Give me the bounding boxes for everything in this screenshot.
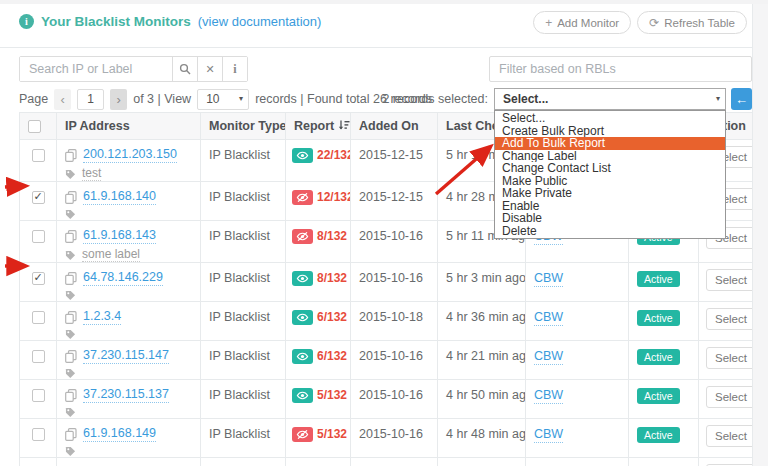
row-checkbox[interactable]: [32, 311, 45, 324]
header-divider: [0, 47, 752, 48]
last-check-text: 4 hr 36 min ago: [446, 310, 526, 324]
copy-icon[interactable]: [65, 230, 77, 243]
bulk-menu-item[interactable]: Add To Bulk Report: [495, 137, 725, 150]
row-action-select[interactable]: Select⌄: [706, 269, 753, 291]
report-count[interactable]: 22/132: [317, 149, 351, 162]
visibility-badge[interactable]: [292, 310, 313, 325]
monitor-label[interactable]: test: [82, 167, 101, 181]
select-all-checkbox[interactable]: [28, 120, 41, 133]
top-margin-strip: [0, 0, 768, 4]
report-count[interactable]: 5/132: [317, 389, 347, 402]
search-button[interactable]: [172, 57, 197, 81]
tag-icon[interactable]: [65, 368, 76, 379]
copy-icon[interactable]: [65, 191, 77, 204]
view-documentation-link[interactable]: (view documentation): [198, 14, 322, 29]
eye-icon: [296, 352, 309, 361]
table-row: 64.78.146.229 IP Blacklist: [20, 263, 753, 302]
report-count[interactable]: 6/132: [317, 350, 347, 363]
ip-link[interactable]: 37.230.115.137: [83, 388, 169, 403]
visibility-badge[interactable]: [292, 190, 313, 205]
row-checkbox[interactable]: [32, 272, 45, 285]
row-checkbox[interactable]: [32, 389, 45, 402]
tag-icon[interactable]: [65, 209, 76, 220]
report-count[interactable]: 5/132: [317, 428, 347, 441]
ip-link[interactable]: 61.9.168.140: [83, 190, 156, 205]
prev-page-button[interactable]: ‹: [54, 89, 71, 110]
status-badge: Active: [637, 388, 680, 404]
bulk-menu-item[interactable]: Delete: [495, 225, 725, 238]
copy-icon[interactable]: [65, 272, 77, 285]
bulk-menu-item[interactable]: Change Label: [495, 150, 725, 163]
ip-link[interactable]: 61.9.168.149: [83, 427, 156, 442]
search-info-button[interactable]: i: [222, 57, 247, 81]
tag-icon[interactable]: [65, 407, 76, 418]
row-action-select[interactable]: Select⌄: [706, 347, 753, 369]
add-monitor-button[interactable]: + Add Monitor: [533, 11, 631, 34]
row-action-select[interactable]: Select⌄: [706, 308, 753, 330]
visibility-badge[interactable]: [292, 271, 313, 286]
ip-link[interactable]: 61.9.168.143: [83, 229, 156, 244]
contact-link[interactable]: CBW: [534, 271, 563, 287]
next-page-button[interactable]: ›: [110, 89, 127, 110]
added-on-date: 2015-10-16: [359, 271, 423, 285]
search-input[interactable]: [20, 57, 172, 81]
tag-icon[interactable]: [65, 169, 76, 180]
row-checkbox[interactable]: [32, 149, 45, 162]
page-number-input[interactable]: [77, 89, 104, 110]
bulk-action-select[interactable]: Select... ▾: [494, 88, 726, 110]
contact-link[interactable]: CBW: [534, 310, 563, 326]
copy-icon[interactable]: [65, 389, 77, 402]
monitor-type: IP Blacklist: [209, 388, 270, 402]
ip-link[interactable]: 1.2.3.4: [83, 310, 121, 325]
ip-link[interactable]: 200.121.203.150: [83, 148, 177, 163]
page-header: i Your Blacklist Monitors (view document…: [19, 14, 321, 29]
tag-icon[interactable]: [65, 446, 76, 457]
tag-icon[interactable]: [65, 290, 76, 301]
tag-icon[interactable]: [65, 329, 76, 340]
visibility-badge[interactable]: [292, 229, 313, 244]
bulk-menu-item[interactable]: Make Public: [495, 175, 725, 188]
row-checkbox[interactable]: [32, 428, 45, 441]
visibility-badge[interactable]: [292, 349, 313, 364]
bulk-menu-item[interactable]: Make Private: [495, 187, 725, 200]
rbl-filter-input[interactable]: [489, 56, 752, 82]
report-count[interactable]: 6/132: [317, 311, 347, 324]
row-checkbox[interactable]: [32, 230, 45, 243]
ip-link[interactable]: 37.230.115.147: [83, 349, 169, 364]
copy-icon[interactable]: [65, 428, 77, 441]
contact-link[interactable]: CBW: [534, 349, 563, 365]
monitor-type: IP Blacklist: [209, 190, 270, 204]
visibility-badge[interactable]: [292, 427, 313, 442]
report-count[interactable]: 12/132: [317, 191, 351, 204]
visibility-badge[interactable]: [292, 148, 313, 163]
copy-icon[interactable]: [65, 311, 77, 324]
row-action-select[interactable]: Select⌄: [706, 386, 753, 408]
bulk-menu-item[interactable]: Create Bulk Report: [495, 125, 725, 138]
copy-icon[interactable]: [65, 149, 77, 162]
bulk-menu-item[interactable]: Disable: [495, 212, 725, 225]
col-report[interactable]: Report: [286, 113, 351, 140]
row-action-select[interactable]: Select⌄: [706, 425, 753, 447]
row-checkbox[interactable]: [32, 350, 45, 363]
monitor-label[interactable]: some label: [82, 248, 140, 262]
report-count[interactable]: 8/132: [317, 272, 347, 285]
bulk-menu-item[interactable]: Enable: [495, 200, 725, 213]
contact-link[interactable]: CBW: [534, 388, 563, 404]
eye-icon: [296, 151, 309, 160]
report-count[interactable]: 8/132: [317, 230, 347, 243]
row-checkbox[interactable]: [32, 191, 45, 204]
bulk-menu-item[interactable]: Select...: [495, 112, 725, 125]
copy-icon[interactable]: [65, 350, 77, 363]
visibility-badge[interactable]: [292, 388, 313, 403]
records-per-page-select[interactable]: 10 ▾: [197, 89, 249, 110]
bulk-menu-item[interactable]: Change Contact List: [495, 162, 725, 175]
refresh-table-button[interactable]: ⟳ Refresh Table: [637, 11, 747, 34]
last-check-text: 4 hr 48 min ago: [446, 427, 526, 441]
clear-search-button[interactable]: ✕: [197, 57, 222, 81]
contact-link[interactable]: CBW: [534, 427, 563, 443]
apply-bulk-action-button[interactable]: ←: [731, 88, 752, 110]
plus-icon: +: [545, 16, 552, 30]
monitor-type: IP Blacklist: [209, 427, 270, 441]
ip-link[interactable]: 64.78.146.229: [83, 271, 163, 286]
tag-icon[interactable]: [65, 250, 76, 261]
